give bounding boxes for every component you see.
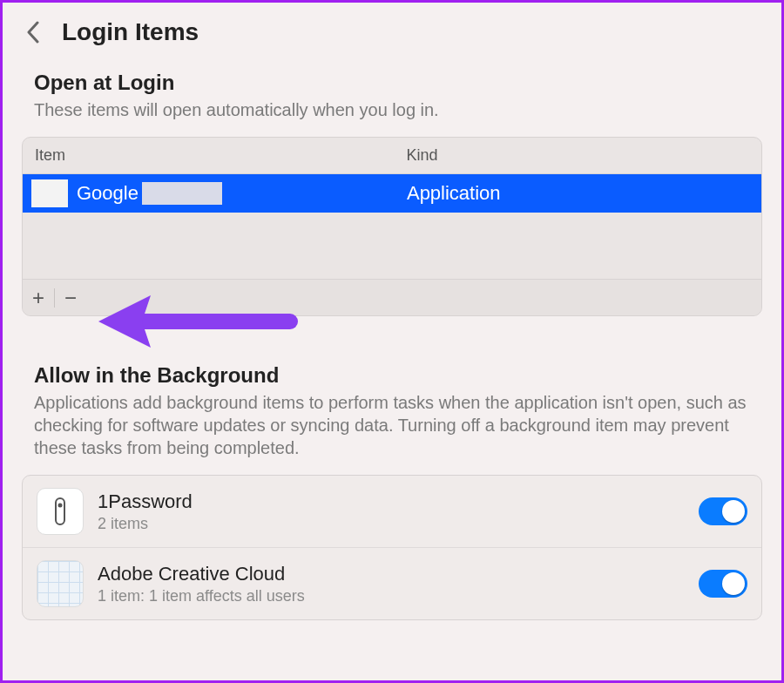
back-button[interactable] [20,19,46,45]
bg-item-name: 1Password [98,490,685,513]
allow-background-heading: Allow in the Background [34,363,750,388]
toggle-switch[interactable] [699,570,747,598]
svg-rect-0 [56,498,64,524]
redacted-text [142,182,222,205]
col-header-item[interactable]: Item [35,146,406,165]
open-at-login-heading: Open at Login [34,71,750,95]
bg-item-sub: 1 item: 1 item affects all users [98,587,685,605]
row-item-kind: Application [407,182,761,205]
adobe-cc-icon [37,560,84,607]
table-footer: + − [23,279,761,315]
bg-item-sub: 2 items [98,515,685,533]
row-item-name: Google [77,182,407,205]
add-button[interactable]: + [23,280,54,316]
page-title: Login Items [62,18,199,46]
col-header-kind[interactable]: Kind [406,146,749,165]
app-icon [31,179,68,207]
svg-point-1 [58,504,63,508]
open-at-login-desc: These items will open automatically when… [34,98,750,121]
table-row[interactable]: Google Application [23,174,761,213]
onepassword-icon [37,488,84,535]
list-item: Adobe Creative Cloud 1 item: 1 item affe… [23,548,761,619]
allow-background-desc: Applications add background items to per… [34,391,750,459]
toggle-switch[interactable] [699,497,747,525]
background-items-list: 1Password 2 items Adobe Creative Cloud 1… [22,475,762,620]
table-header: Item Kind [23,138,761,174]
remove-button[interactable]: − [55,280,86,316]
list-item: 1Password 2 items [23,476,761,548]
login-items-table: Item Kind Google Application + − [22,137,762,316]
bg-item-name: Adobe Creative Cloud [98,563,685,585]
